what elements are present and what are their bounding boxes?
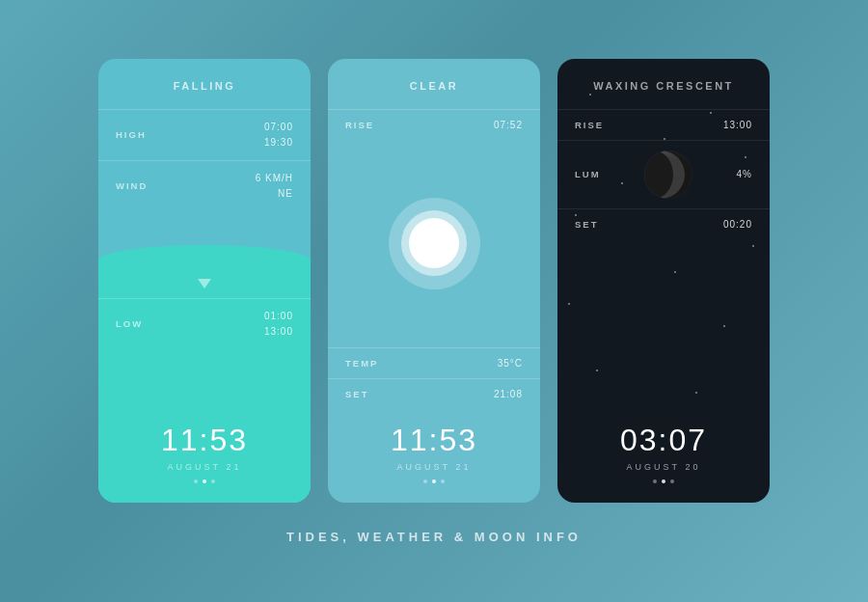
weather-date: AUGUST 21 — [338, 462, 530, 472]
moon-set-value: 00:20 — [723, 219, 752, 230]
weather-time: 11:53 — [338, 423, 530, 458]
dot-1 — [653, 479, 657, 483]
weather-card: CLEAR RISE 07:52 TEMP 35°C SET 21:08 11:… — [328, 59, 540, 503]
star — [568, 303, 570, 305]
star — [674, 271, 676, 273]
weather-rise-row: RISE 07:52 — [328, 109, 540, 140]
moon-lum-row: LUM 4% — [557, 140, 770, 208]
dot-1 — [423, 479, 427, 483]
cards-container: FALLING HIGH 07:00 19:30 WIND 6 KM/H NE … — [98, 59, 770, 503]
weather-temp-value: 35°C — [498, 358, 523, 369]
tides-card: FALLING HIGH 07:00 19:30 WIND 6 KM/H NE … — [98, 59, 311, 503]
sun-core — [409, 218, 459, 268]
moon-rise-row: RISE 13:00 — [557, 109, 770, 140]
moon-card: WAXING CRESCENT RISE 13:00 LUM 4% SET 00… — [557, 59, 770, 503]
moon-lum-label: LUM — [575, 169, 601, 179]
moon-dots — [567, 479, 760, 483]
tides-high-value: 19:30 — [264, 135, 293, 150]
tides-low-values: 01:00 13:00 — [264, 309, 293, 340]
tides-high-values: 07:00 19:30 — [264, 120, 293, 150]
moon-icon — [644, 150, 692, 199]
tides-high-time: 07:00 — [264, 120, 293, 135]
weather-time-section: 11:53 AUGUST 21 — [328, 409, 540, 503]
tides-wind-dir: NE — [256, 186, 293, 202]
sun-inner — [401, 210, 467, 276]
tides-low-label: LOW — [116, 318, 143, 329]
dot-2 — [662, 479, 665, 483]
moon-visual — [644, 147, 692, 203]
weather-set-label: SET — [345, 389, 368, 399]
tides-wind-values: 6 KM/H NE — [256, 171, 293, 202]
dot-2 — [203, 479, 206, 483]
dot-3 — [441, 479, 445, 483]
dot-1 — [194, 479, 198, 483]
tides-header: FALLING — [98, 59, 311, 109]
tides-low-row: LOW 01:00 13:00 — [98, 298, 311, 349]
star — [752, 245, 754, 247]
tide-wave — [98, 245, 311, 298]
tides-dots — [108, 479, 301, 483]
moon-time: 03:07 — [567, 423, 760, 458]
dot-3 — [211, 479, 215, 483]
moon-lum-value: 4% — [737, 169, 752, 179]
star — [695, 392, 697, 394]
tides-wind-row: WIND 6 KM/H NE — [98, 160, 311, 211]
weather-rise-value: 07:52 — [494, 120, 523, 130]
tides-high-label: HIGH — [116, 129, 147, 140]
dot-3 — [670, 479, 674, 483]
weather-temp-row: TEMP 35°C — [328, 347, 540, 378]
weather-set-value: 21:08 — [494, 389, 523, 399]
tides-time: 11:53 — [108, 423, 301, 458]
star — [723, 325, 725, 327]
moon-set-row: SET 00:20 — [557, 208, 770, 239]
tides-time-section: 11:53 AUGUST 21 — [98, 409, 311, 503]
tides-wind-label: WIND — [116, 180, 148, 191]
moon-header: WAXING CRESCENT — [557, 59, 770, 109]
weather-rise-label: RISE — [345, 120, 374, 130]
moon-time-section: 03:07 AUGUST 20 — [557, 409, 770, 503]
weather-visual — [328, 140, 540, 347]
tides-wind-speed: 6 KM/H — [256, 171, 293, 186]
page-title: TIDES, WEATHER & MOON INFO — [286, 530, 582, 544]
tides-low-time: 01:00 — [264, 309, 293, 324]
moon-date: AUGUST 20 — [567, 462, 760, 472]
weather-set-row: SET 21:08 — [328, 378, 540, 409]
moon-rise-label: RISE — [575, 120, 604, 130]
tides-low-value: 13:00 — [264, 324, 293, 340]
weather-header: CLEAR — [328, 59, 540, 109]
dot-2 — [432, 479, 436, 483]
moon-rise-value: 13:00 — [723, 120, 752, 130]
tides-visual — [98, 211, 311, 298]
moon-shadow — [644, 150, 673, 199]
moon-set-label: SET — [575, 219, 598, 230]
sun-outer — [389, 198, 480, 289]
weather-temp-label: TEMP — [345, 358, 378, 369]
tides-high-row: HIGH 07:00 19:30 — [98, 109, 311, 160]
tides-date: AUGUST 21 — [108, 462, 301, 472]
star — [596, 369, 598, 371]
tide-arrow-icon — [198, 279, 211, 288]
weather-dots — [338, 479, 530, 483]
